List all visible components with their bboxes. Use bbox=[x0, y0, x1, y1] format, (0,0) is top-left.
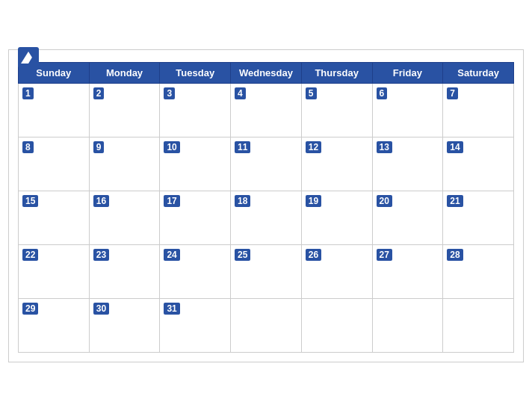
calendar-cell bbox=[301, 298, 372, 352]
days-header-row: SundayMondayTuesdayWednesdayThursdayFrid… bbox=[19, 62, 514, 83]
date-number: 5 bbox=[306, 87, 317, 99]
calendar-cell: 20 bbox=[372, 191, 443, 244]
calendar-cell: 26 bbox=[301, 244, 372, 298]
date-number: 23 bbox=[93, 249, 109, 261]
date-number: 17 bbox=[164, 195, 179, 207]
calendar-cell bbox=[372, 298, 443, 352]
date-number: 6 bbox=[377, 87, 388, 99]
calendar-cell: 22 bbox=[19, 244, 90, 298]
calendar-cell: 9 bbox=[89, 137, 160, 191]
date-number: 20 bbox=[377, 195, 392, 207]
calendar-cell: 18 bbox=[231, 191, 302, 244]
calendar-cell: 30 bbox=[89, 298, 160, 352]
calendar-cell: 24 bbox=[160, 244, 231, 298]
calendar-cell: 17 bbox=[160, 191, 231, 244]
calendar-cell: 3 bbox=[160, 83, 231, 137]
date-number: 24 bbox=[164, 249, 179, 261]
calendar-cell: 4 bbox=[231, 83, 302, 137]
logo-icon bbox=[18, 47, 39, 68]
date-number: 10 bbox=[164, 141, 179, 153]
calendar-cell: 13 bbox=[372, 137, 443, 191]
date-number: 8 bbox=[22, 141, 34, 153]
calendar-cell: 23 bbox=[89, 244, 160, 298]
date-number: 15 bbox=[22, 195, 38, 207]
date-number: 3 bbox=[164, 87, 175, 99]
date-number: 18 bbox=[235, 195, 250, 207]
date-number: 25 bbox=[235, 249, 250, 261]
calendar-cell: 1 bbox=[19, 83, 90, 137]
logo bbox=[18, 47, 42, 68]
date-number: 27 bbox=[377, 249, 392, 261]
date-number: 1 bbox=[22, 87, 34, 99]
calendar-week-row: 293031 bbox=[19, 298, 514, 352]
day-header-friday: Friday bbox=[372, 62, 443, 83]
calendar-cell: 14 bbox=[443, 137, 514, 191]
calendar-cell: 2 bbox=[89, 83, 160, 137]
calendar-cell: 11 bbox=[231, 137, 302, 191]
day-header-saturday: Saturday bbox=[443, 62, 514, 83]
calendar-cell: 7 bbox=[443, 83, 514, 137]
calendar-cell: 8 bbox=[19, 137, 90, 191]
calendar-cell: 29 bbox=[19, 298, 90, 352]
day-header-tuesday: Tuesday bbox=[160, 62, 231, 83]
calendar-cell: 27 bbox=[372, 244, 443, 298]
date-number: 21 bbox=[447, 195, 463, 207]
calendar-week-row: 15161718192021 bbox=[19, 191, 514, 244]
calendar-thead: SundayMondayTuesdayWednesdayThursdayFrid… bbox=[19, 62, 514, 83]
day-header-monday: Monday bbox=[89, 62, 160, 83]
calendar-cell: 10 bbox=[160, 137, 231, 191]
date-number: 7 bbox=[447, 87, 458, 99]
calendar-week-row: 891011121314 bbox=[19, 137, 514, 191]
date-number: 16 bbox=[93, 195, 109, 207]
date-number: 9 bbox=[93, 141, 105, 153]
date-number: 22 bbox=[22, 249, 38, 261]
day-header-thursday: Thursday bbox=[301, 62, 372, 83]
calendar-cell: 12 bbox=[301, 137, 372, 191]
calendar-cell bbox=[443, 298, 514, 352]
calendar-cell: 31 bbox=[160, 298, 231, 352]
calendar-cell: 25 bbox=[231, 244, 302, 298]
date-number: 19 bbox=[306, 195, 321, 207]
date-number: 29 bbox=[22, 303, 38, 315]
date-number: 14 bbox=[447, 141, 463, 153]
date-number: 11 bbox=[235, 141, 250, 153]
calendar-cell: 21 bbox=[443, 191, 514, 244]
calendar-cell: 19 bbox=[301, 191, 372, 244]
date-number: 26 bbox=[306, 249, 321, 261]
calendar-cell bbox=[231, 298, 302, 352]
date-number: 4 bbox=[235, 87, 246, 99]
date-number: 2 bbox=[93, 87, 105, 99]
calendar-cell: 16 bbox=[89, 191, 160, 244]
calendar-cell: 6 bbox=[372, 83, 443, 137]
calendar-cell: 15 bbox=[19, 191, 90, 244]
date-number: 28 bbox=[447, 249, 463, 261]
calendar-table: SundayMondayTuesdayWednesdayThursdayFrid… bbox=[18, 62, 514, 353]
date-number: 13 bbox=[377, 141, 392, 153]
calendar-tbody: 1234567891011121314151617181920212223242… bbox=[19, 83, 514, 352]
calendar-cell: 5 bbox=[301, 83, 372, 137]
calendar-container: SundayMondayTuesdayWednesdayThursdayFrid… bbox=[8, 49, 524, 362]
calendar-week-row: 1234567 bbox=[19, 83, 514, 137]
day-header-wednesday: Wednesday bbox=[231, 62, 302, 83]
date-number: 31 bbox=[164, 303, 179, 315]
calendar-week-row: 22232425262728 bbox=[19, 244, 514, 298]
calendar-cell: 28 bbox=[443, 244, 514, 298]
date-number: 12 bbox=[306, 141, 321, 153]
date-number: 30 bbox=[93, 303, 109, 315]
